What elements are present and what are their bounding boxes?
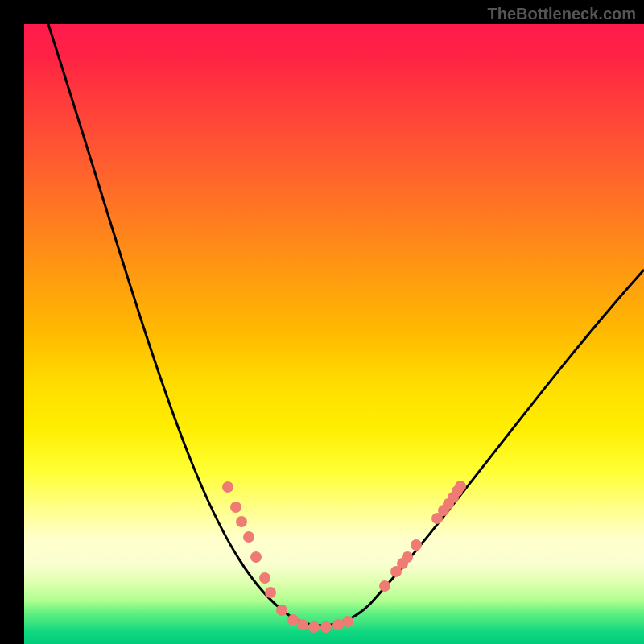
data-marker [402, 551, 413, 563]
data-marker [250, 551, 262, 563]
watermark-text: TheBottleneck.com [488, 5, 636, 23]
data-marker [243, 531, 254, 543]
data-marker [455, 481, 466, 492]
bottleneck-curve [48, 24, 644, 625]
data-marker [236, 516, 247, 527]
data-marker [297, 619, 308, 630]
data-marker [342, 616, 353, 627]
data-marker [287, 614, 299, 625]
data-marker [276, 605, 287, 616]
data-marker [332, 619, 344, 630]
data-marker [320, 621, 332, 633]
chart-plot-area [24, 24, 644, 644]
curve-overlay [24, 24, 644, 644]
data-marker [265, 587, 276, 598]
data-marker [411, 539, 422, 551]
data-marker [259, 572, 270, 584]
data-marker [230, 502, 242, 513]
data-marker [308, 621, 320, 633]
data-marker [379, 580, 390, 592]
data-marker [222, 481, 233, 493]
marker-group [222, 481, 466, 633]
